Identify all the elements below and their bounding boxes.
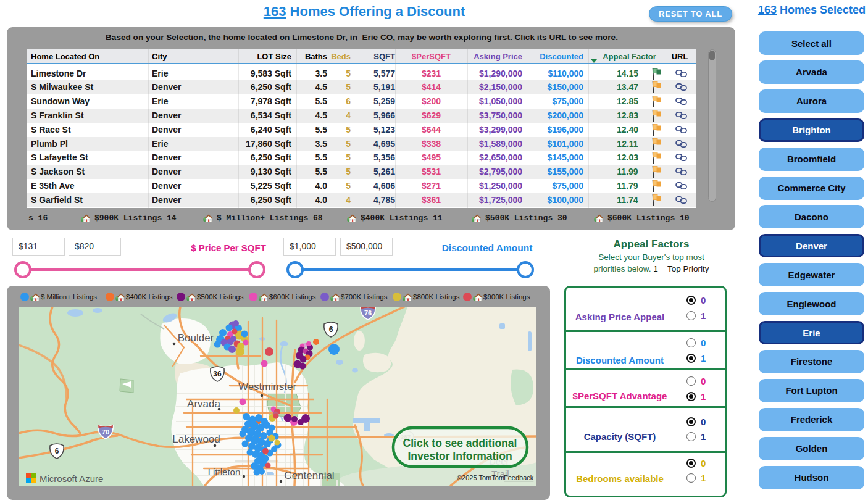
svg-text:Littleton: Littleton <box>208 467 241 477</box>
svg-text:6: 6 <box>55 447 59 455</box>
svg-text:76: 76 <box>364 309 372 317</box>
svg-text:Lakewood: Lakewood <box>172 433 220 445</box>
svg-text:36: 36 <box>213 370 222 378</box>
svg-text:Arvada: Arvada <box>187 398 220 410</box>
svg-text:©2025 TomTom: ©2025 TomTom <box>457 474 504 481</box>
svg-text:Boulder: Boulder <box>178 332 214 344</box>
svg-text:70: 70 <box>102 428 109 436</box>
svg-text:Click to see additional: Click to see additional <box>403 437 517 449</box>
svg-text:Westminster: Westminster <box>238 381 296 393</box>
svg-text:Feedback: Feedback <box>504 474 534 481</box>
svg-text:6: 6 <box>329 325 333 334</box>
svg-text:Investor Information: Investor Information <box>407 450 512 462</box>
svg-text:Microsoft Azure: Microsoft Azure <box>40 473 103 484</box>
svg-text:Centennial: Centennial <box>284 470 334 481</box>
